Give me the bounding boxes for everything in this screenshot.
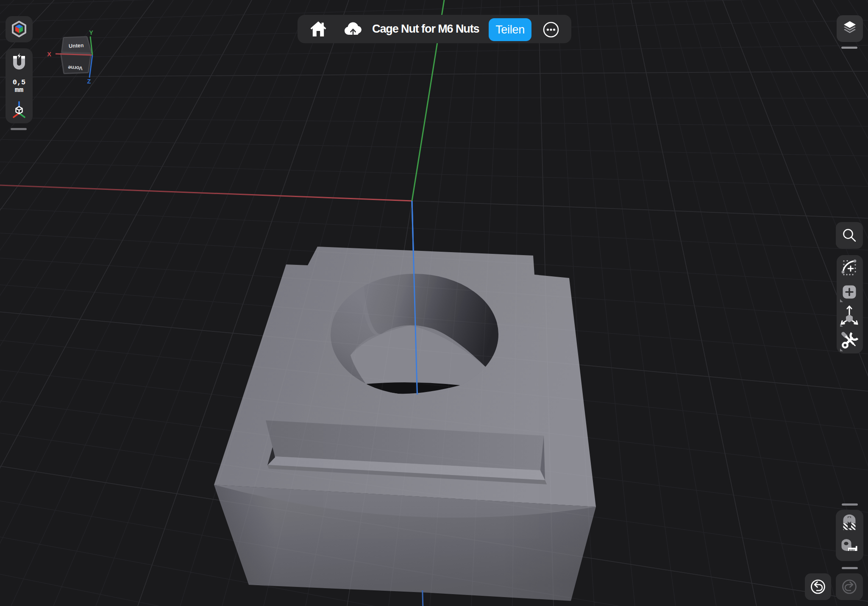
svg-text:Z: Z (87, 78, 91, 85)
svg-text:Vorne: Vorne (68, 64, 83, 71)
svg-text:Y: Y (89, 29, 93, 36)
svg-text:X: X (47, 51, 51, 58)
svg-text:Unten: Unten (69, 42, 84, 49)
